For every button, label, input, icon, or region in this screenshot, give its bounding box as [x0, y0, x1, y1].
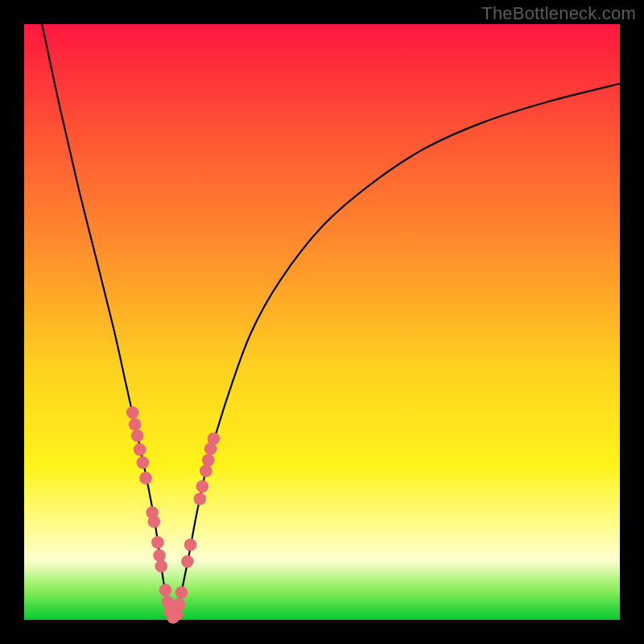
curve-marker — [129, 419, 142, 431]
curve-marker — [200, 464, 213, 477]
curve-marker — [208, 432, 221, 445]
curve-marker — [175, 586, 188, 599]
curve-marker — [181, 555, 194, 568]
curve-marker — [194, 493, 207, 506]
curve-marker — [153, 549, 166, 562]
curve-marker — [148, 515, 161, 528]
curve-marker — [202, 454, 215, 467]
curve-marker — [184, 539, 197, 551]
curve-marker — [134, 444, 147, 456]
curve-marker — [126, 407, 139, 419]
chart-svg — [24, 24, 620, 620]
curve-marker — [151, 536, 164, 549]
attribution-text: TheBottleneck.com — [481, 3, 636, 24]
curve-marker — [155, 560, 167, 573]
curve-marker — [131, 430, 144, 443]
curve-marker — [173, 598, 186, 611]
curve-marker — [159, 584, 172, 597]
curve-marker — [137, 456, 150, 469]
bottleneck-curve — [42, 24, 620, 620]
plot-area — [24, 24, 620, 620]
chart-frame: TheBottleneck.com — [0, 0, 644, 644]
marker-group — [126, 407, 220, 624]
curve-marker — [196, 480, 209, 493]
curve-marker — [139, 472, 152, 485]
